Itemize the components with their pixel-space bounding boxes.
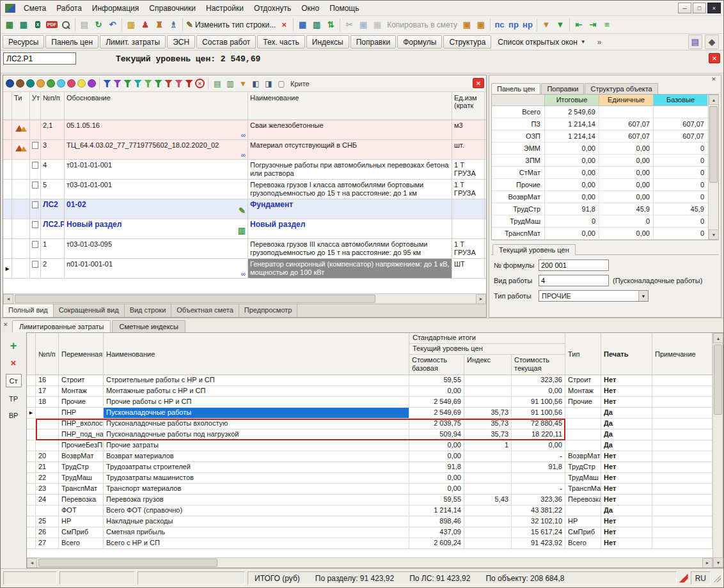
nav-tab[interactable]: Панель цен (45, 35, 98, 49)
nav-tab[interactable]: Индексы (306, 35, 349, 49)
acct-column-header[interactable]: Ут (30, 92, 41, 120)
row-checkbox[interactable] (32, 241, 38, 248)
view-left-icon[interactable]: ◧ (250, 78, 262, 89)
grid-row[interactable]: 3ТЦ_64.4.03.02_77_7719775602_18.02.2020_… (3, 140, 486, 160)
resources-icon[interactable]: ♟ (138, 17, 152, 32)
tr-filter-button[interactable]: ТР (9, 394, 18, 404)
pencil-icon[interactable]: ✎ (239, 206, 246, 215)
cancel-filter-icon[interactable]: × (195, 79, 205, 88)
limits-row[interactable]: ПрочиеБезПНПрочие затраты0,0010,00Да (27, 440, 712, 451)
scroll-right-icon[interactable]: ► (702, 558, 712, 568)
row-checkbox[interactable] (32, 221, 38, 228)
document-icon[interactable]: ▥ (238, 226, 246, 235)
panel-tab[interactable]: Лимитированные затраты (12, 320, 111, 332)
grid-row[interactable]: 2,105.1.05.16∞Сваи железобетонныем3 (3, 120, 486, 140)
price-row[interactable]: ТрудМаш000 (492, 215, 708, 228)
scroll-right-icon[interactable]: ► (476, 294, 486, 304)
position-selector-input[interactable] (3, 52, 76, 65)
unit-column-header[interactable]: Ед.изм (кратк (452, 92, 485, 120)
scroll-left-icon[interactable]: ◄ (3, 294, 13, 304)
limits-row[interactable]: 23ТранспМатТранспорт материалов0,00-Тран… (27, 484, 712, 495)
insert-section-icon[interactable]: ▦ (17, 17, 31, 32)
view-tab[interactable]: Вид строки (125, 304, 172, 317)
alert-icon[interactable] (679, 574, 688, 583)
grid-row[interactable]: 1т03-01-03-095Перевозка грузов III класс… (3, 239, 486, 259)
price-row[interactable]: ТрудСтр91,845,945,9 (492, 203, 708, 215)
base-cost-column-header[interactable]: Стоимость базовая (409, 355, 464, 375)
price-row[interactable]: ПЗ1 214,14607,07607,07 (492, 118, 708, 130)
price-row[interactable]: ВозврМат0,000,000 (492, 191, 708, 203)
pdf-export-icon[interactable]: PDF (45, 17, 59, 32)
maximize-button[interactable]: □ (693, 3, 706, 13)
color-marker-icon[interactable] (6, 79, 14, 88)
print-column-header[interactable]: Печать (601, 333, 652, 375)
filter-icon[interactable] (123, 80, 132, 88)
open-windows-button[interactable]: Список открытых окон ▼ (492, 35, 590, 49)
vr-filter-button[interactable]: ВР (9, 410, 19, 421)
scroll-up-icon[interactable]: ▲ (709, 95, 719, 105)
filter-icon[interactable] (144, 80, 152, 88)
menu-item[interactable]: Работа (51, 2, 87, 15)
scroll-track[interactable] (713, 343, 723, 557)
scroll-thumb[interactable] (38, 559, 217, 567)
scroll-down-icon[interactable]: ▼ (709, 229, 719, 240)
row-checkbox[interactable] (32, 182, 38, 189)
nav-tab[interactable]: Структура (443, 35, 491, 49)
work-type-select[interactable]: ПРОЧИЕ ▼ (539, 290, 649, 302)
num-column-header[interactable]: №п/п (41, 92, 65, 120)
pr-toggle-icon[interactable]: пр (507, 17, 521, 32)
limits-horizontal-scrollbar[interactable]: ◄ ► (27, 557, 712, 568)
index-column-header[interactable]: Индекс (464, 355, 512, 375)
close-button[interactable]: × (707, 3, 721, 13)
filter-icon[interactable] (103, 80, 111, 88)
menu-item[interactable]: Помощь (324, 2, 364, 15)
price-row[interactable]: ОЗП1 214,14607,07607,07 (492, 130, 708, 143)
close-document-button[interactable]: ✕ (709, 53, 720, 63)
row-checkbox[interactable] (32, 162, 38, 169)
close-panel-icon[interactable]: ✕ (709, 76, 718, 84)
ps-toggle-icon[interactable]: пс (492, 17, 507, 32)
view-tab[interactable]: Сокращенный вид (54, 304, 125, 317)
filter-icon[interactable] (175, 80, 183, 88)
resize-grip-icon[interactable] (713, 575, 721, 582)
indent-right-icon[interactable]: ⇥ (586, 17, 600, 32)
insert-row-above-icon[interactable]: ▤ (212, 78, 223, 89)
grid-row[interactable]: ЛС2.Р1Новый раздел▥Новый раздел (3, 219, 486, 239)
current-level-tab[interactable]: Текущий уровень цен (492, 244, 576, 255)
grid-row[interactable]: ▶2п01-01-001-01∞Генератор синхронный (ко… (3, 259, 486, 279)
insert-row-below-icon[interactable]: ▥ (224, 78, 236, 89)
criteria-doc-icon[interactable]: ▢ (276, 78, 287, 89)
st-filter-button[interactable]: Ст (6, 374, 22, 387)
nr-toggle-icon[interactable]: нр (521, 17, 535, 32)
nav-tab[interactable]: Ресурсы (3, 35, 44, 49)
change-row-type-button[interactable]: ✎Изменить тип строки... (185, 17, 277, 32)
scroll-up-icon[interactable]: ▲ (713, 333, 723, 343)
scroll-track[interactable] (709, 105, 719, 229)
price-row[interactable]: ТранспМат0,000,000 (492, 228, 708, 240)
close-grid-toolbar-button[interactable]: ✕ (473, 78, 484, 88)
filter-icon[interactable] (185, 80, 193, 88)
price-col-header-totals[interactable]: Итоговые (544, 95, 599, 105)
limits-row[interactable]: 26СмПрибСметная прибыль437,0915 617,24См… (27, 527, 712, 538)
new-row-icon[interactable]: ▦ (3, 17, 17, 32)
filter-icon[interactable] (134, 80, 142, 88)
grid-row[interactable]: 5т03-01-01-001Перевозка грузов I класса … (3, 180, 486, 199)
color-marker-icon[interactable] (67, 79, 75, 88)
view-right-icon[interactable]: ◨ (263, 78, 274, 89)
color-marker-icon[interactable] (16, 79, 24, 88)
list-levels-icon[interactable]: ≡ (600, 17, 614, 32)
delete-row-icon[interactable]: × (11, 358, 17, 368)
nav-tab[interactable]: ЭСН (167, 35, 195, 49)
name-column-header[interactable]: Наименование (248, 92, 452, 120)
basis-column-header[interactable]: Обоснование (65, 92, 248, 120)
limits-row[interactable]: 16СтроитСтроительные работы с НР и СП59,… (27, 375, 712, 386)
add-resource-icon[interactable]: ♜ (152, 17, 166, 32)
color-marker-icon[interactable] (36, 79, 45, 88)
type-column-header[interactable]: Ти (12, 92, 30, 120)
work-kind-input[interactable] (539, 275, 609, 286)
tree-filter-icon[interactable]: ▼ (539, 17, 553, 32)
scroll-thumb[interactable] (709, 106, 718, 183)
scroll-thumb[interactable] (714, 344, 722, 415)
excel-export-icon[interactable]: X (31, 17, 45, 32)
filter-icon[interactable] (154, 80, 162, 88)
